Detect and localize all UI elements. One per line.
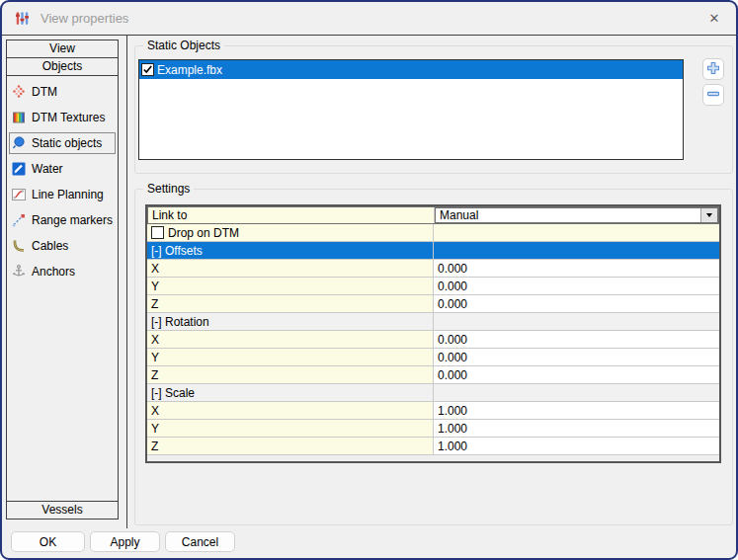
- property-label-cell[interactable]: Z: [147, 295, 434, 312]
- property-label-cell[interactable]: Y: [147, 278, 434, 294]
- sidebar-item-anchors[interactable]: Anchors: [7, 259, 118, 284]
- property-label-cell[interactable]: [-] Scale: [147, 384, 434, 401]
- property-label-cell[interactable]: Z: [147, 366, 434, 383]
- window-title: View properties: [41, 11, 128, 26]
- property-label-cell[interactable]: X: [147, 260, 434, 277]
- static-objects-group-label: Static Objects: [143, 39, 224, 52]
- grid-row-y[interactable]: Y0.000: [147, 349, 719, 366]
- sidebar-item-range-markers[interactable]: Range markers: [7, 207, 118, 233]
- grid-filler: [147, 455, 719, 461]
- sidebar-item-dtm[interactable]: DTM: [7, 79, 118, 105]
- grid-row-z[interactable]: Z1.000: [147, 438, 719, 455]
- sidebar-item-static-objects[interactable]: Static objects: [7, 130, 118, 156]
- titlebar[interactable]: View properties ✕: [2, 2, 736, 35]
- titlebar-separator: [2, 35, 736, 36]
- property-label-cell[interactable]: Y: [147, 349, 434, 365]
- property-value[interactable]: 1.000: [438, 422, 467, 436]
- sidebar-item-label: Line Planning: [32, 188, 104, 201]
- grid-row-x[interactable]: X0.000: [147, 331, 719, 349]
- add-object-button[interactable]: [702, 58, 724, 80]
- property-value-cell[interactable]: 0.000: [434, 260, 719, 277]
- grid-row-offsets[interactable]: [-] Offsets: [147, 242, 719, 260]
- property-label-cell[interactable]: [-] Rotation: [147, 313, 434, 330]
- property-label-cell[interactable]: [-] Offsets: [147, 242, 434, 259]
- grid-row-link-to[interactable]: Link toManual: [147, 206, 719, 224]
- close-icon[interactable]: ✕: [702, 11, 726, 26]
- grid-row-rotation[interactable]: [-] Rotation: [147, 313, 719, 331]
- property-value[interactable]: 0.000: [438, 333, 467, 347]
- property-value[interactable]: 0.000: [438, 368, 467, 382]
- grid-row-scale[interactable]: [-] Scale: [147, 384, 719, 402]
- property-value-cell[interactable]: 0.000: [434, 278, 719, 294]
- dropdown-button[interactable]: [700, 208, 717, 222]
- list-item-example-fbx[interactable]: Example.fbx: [139, 60, 683, 79]
- property-value-cell[interactable]: 1.000: [434, 438, 719, 454]
- grid-row-z[interactable]: Z0.000: [147, 295, 719, 313]
- property-label-cell[interactable]: Z: [147, 438, 434, 454]
- grid-row-x[interactable]: X1.000: [147, 402, 719, 420]
- apply-button[interactable]: Apply: [90, 531, 160, 552]
- property-label: X: [151, 333, 159, 347]
- water-icon: [11, 161, 27, 177]
- cancel-button[interactable]: Cancel: [165, 531, 235, 552]
- property-value-cell[interactable]: 0.000: [434, 349, 719, 365]
- property-label-cell[interactable]: Y: [147, 420, 434, 437]
- grid-row-y[interactable]: Y0.000: [147, 278, 719, 295]
- property-value[interactable]: 0.000: [438, 262, 467, 276]
- property-value-cell[interactable]: [434, 242, 719, 259]
- property-label-cell[interactable]: X: [147, 331, 434, 348]
- property-label: Y: [151, 422, 159, 436]
- property-value[interactable]: 0.000: [438, 280, 467, 293]
- sidebar-item-label: Water: [32, 162, 63, 176]
- property-value[interactable]: 1.000: [438, 440, 467, 453]
- sidebar-item-label: Anchors: [32, 265, 75, 279]
- minus-icon: [706, 87, 720, 104]
- property-label: [-] Rotation: [151, 315, 209, 329]
- item-checkbox[interactable]: [141, 63, 154, 76]
- cables-icon: [11, 238, 27, 254]
- property-value[interactable]: 0.000: [438, 297, 467, 311]
- property-value[interactable]: 0.000: [438, 351, 467, 364]
- ok-button[interactable]: OK: [11, 531, 85, 552]
- list-item-label: Example.fbx: [157, 63, 222, 77]
- property-label: Y: [151, 280, 159, 293]
- sidebar-item-water[interactable]: Water: [7, 156, 118, 182]
- property-label: [-] Offsets: [151, 244, 203, 258]
- property-value-cell[interactable]: 0.000: [434, 331, 719, 348]
- sidebar-item-label: DTM Textures: [32, 111, 105, 124]
- property-label: X: [151, 262, 159, 276]
- property-label: Z: [151, 297, 158, 311]
- view-properties-dialog: View properties ✕ ViewObjects DTMDTM Tex…: [0, 0, 738, 560]
- property-value[interactable]: 1.000: [438, 404, 467, 418]
- property-value-cell[interactable]: [434, 224, 719, 241]
- sidebar-item-label: Static objects: [32, 136, 102, 150]
- property-value-cell[interactable]: 1.000: [434, 402, 719, 419]
- tab-view[interactable]: View: [6, 40, 119, 58]
- link-to-combobox[interactable]: Manual: [435, 207, 718, 223]
- tab-vessels[interactable]: Vessels: [6, 501, 119, 520]
- property-checkbox[interactable]: [151, 226, 164, 239]
- grid-row-y[interactable]: Y1.000: [147, 420, 719, 438]
- range-markers-icon: [11, 212, 27, 228]
- sidebar-item-cables[interactable]: Cables: [7, 233, 118, 259]
- sidebar-item-label: DTM: [32, 85, 57, 99]
- property-value-cell[interactable]: 0.000: [434, 295, 719, 312]
- property-value-cell[interactable]: [434, 313, 719, 330]
- property-label-cell[interactable]: Link to: [148, 207, 435, 223]
- tab-objects[interactable]: Objects: [6, 57, 119, 76]
- sidebar-item-dtm-textures[interactable]: DTM Textures: [7, 105, 118, 130]
- property-value-cell[interactable]: 1.000: [434, 420, 719, 437]
- property-label-cell[interactable]: Drop on DTM: [147, 224, 434, 241]
- sidebar-item-line-planning[interactable]: Line Planning: [7, 182, 118, 207]
- property-label-cell[interactable]: X: [147, 402, 434, 419]
- remove-object-button[interactable]: [702, 84, 724, 106]
- property-label: X: [151, 404, 159, 418]
- grid-row-x[interactable]: X0.000: [147, 260, 719, 278]
- sidebar-item-label: Range markers: [32, 213, 113, 227]
- property-value-cell[interactable]: Manual: [435, 207, 718, 223]
- property-value-cell[interactable]: 0.000: [434, 366, 719, 383]
- property-value-cell[interactable]: [434, 384, 719, 401]
- grid-row-z[interactable]: Z0.000: [147, 366, 719, 384]
- static-objects-list[interactable]: Example.fbx: [138, 59, 684, 160]
- grid-row-drop-on-dtm[interactable]: Drop on DTM: [147, 224, 719, 242]
